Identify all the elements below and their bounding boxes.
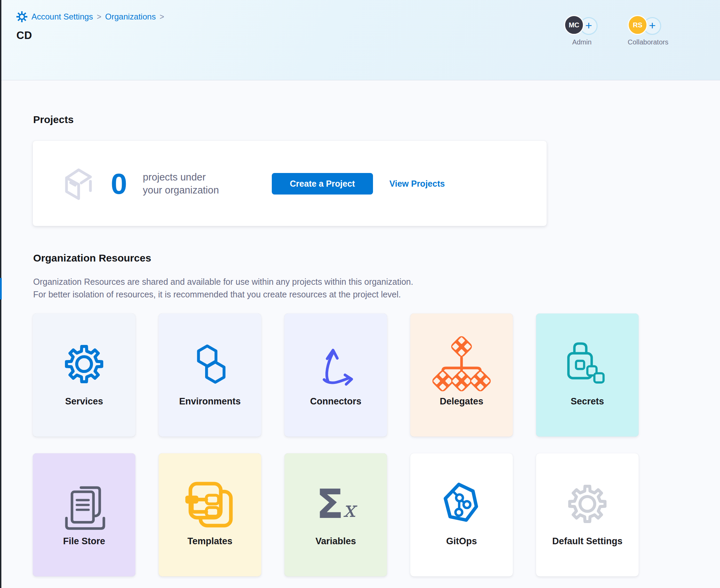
page-title: CD: [16, 29, 32, 42]
organization-overview-page: Account Settings > Organizations > CD + …: [0, 0, 720, 588]
create-project-button[interactable]: Create a Project: [272, 173, 373, 195]
stacked-cards-icon: [185, 475, 235, 533]
project-count: 0: [111, 169, 127, 198]
page-header: Account Settings > Organizations > CD + …: [0, 0, 720, 80]
delegate-network-icon: [429, 335, 494, 393]
settings-gear-icon: [16, 11, 28, 23]
sidebar-active-indicator: [0, 278, 2, 299]
view-projects-link[interactable]: View Projects: [389, 173, 445, 195]
gear-icon: [64, 335, 104, 393]
curved-arrows-icon: [312, 335, 359, 393]
breadcrumb: Account Settings > Organizations >: [16, 11, 164, 23]
breadcrumb-separator: >: [160, 12, 164, 22]
tile-secrets[interactable]: Secrets: [536, 313, 639, 437]
admin-label: Admin: [564, 38, 600, 46]
tile-templates[interactable]: Templates: [159, 453, 261, 576]
padlock-icon: [560, 335, 614, 393]
admin-avatar[interactable]: MC: [564, 15, 584, 35]
tile-file-store[interactable]: File Store: [33, 453, 135, 576]
hexagons-icon: [190, 335, 230, 393]
breadcrumb-account-settings[interactable]: Account Settings: [31, 12, 93, 22]
organization-resources-heading: Organization Resources: [33, 252, 151, 264]
sigma-icon: Σx: [316, 475, 356, 533]
collaborator-initials: RS: [633, 21, 642, 29]
tile-connectors[interactable]: Connectors: [284, 313, 387, 437]
projects-heading: Projects: [33, 114, 74, 125]
collaborator-avatar[interactable]: RS: [628, 15, 648, 35]
collaborators-label: Collaborators: [628, 38, 663, 46]
tile-services[interactable]: Services: [33, 313, 135, 437]
projects-card: 0 projects under your organization Creat…: [33, 141, 547, 226]
resource-tile-grid: Services Environments Connectors Delegat…: [33, 313, 639, 576]
admin-initials: MC: [569, 21, 579, 29]
git-branch-hexagon-icon: [438, 475, 485, 533]
project-count-caption: projects under your organization: [143, 171, 219, 197]
plus-icon: +: [585, 19, 592, 31]
tile-variables[interactable]: Σx Variables: [284, 453, 387, 576]
tile-delegates[interactable]: Delegates: [410, 313, 513, 437]
breadcrumb-separator: >: [97, 12, 101, 22]
documents-tray-icon: [58, 475, 110, 533]
tile-default-settings[interactable]: Default Settings: [536, 453, 639, 576]
breadcrumb-organizations[interactable]: Organizations: [105, 12, 156, 22]
tile-gitops[interactable]: GitOps: [410, 453, 513, 576]
plus-icon: +: [649, 19, 656, 31]
cube-icon: [59, 164, 98, 203]
admin-avatar-group: + MC Admin: [564, 15, 600, 46]
collaborators-avatar-group: + RS Collaborators: [628, 15, 663, 46]
gear-outline-icon: [567, 475, 608, 533]
organization-resources-description: Organization Resources are shared and av…: [33, 276, 413, 301]
tile-environments[interactable]: Environments: [159, 313, 261, 437]
